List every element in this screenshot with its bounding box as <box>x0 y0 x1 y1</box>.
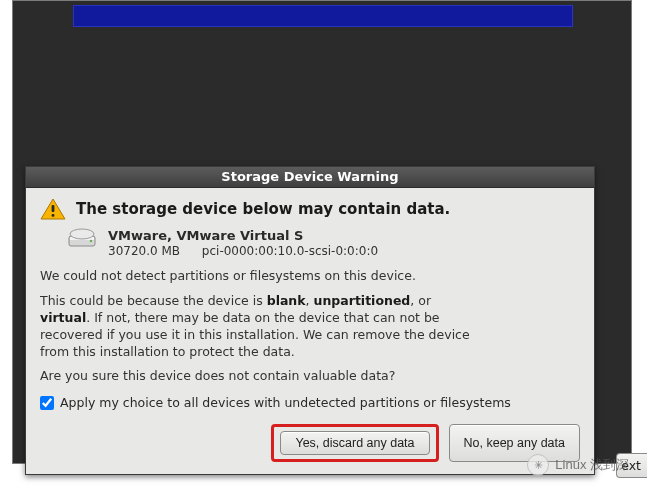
dialog-title: Storage Device Warning <box>221 169 398 184</box>
warning-paragraph-2: This could be because the device is blan… <box>40 293 470 361</box>
harddisk-icon <box>68 228 96 251</box>
svg-rect-1 <box>52 205 55 212</box>
warning-paragraph-3: Are you sure this device does not contai… <box>40 368 470 385</box>
apply-all-checkbox[interactable] <box>40 396 54 410</box>
storage-warning-dialog: Storage Device Warning The storage devic… <box>25 166 595 475</box>
dialog-body: The storage device below may contain dat… <box>26 188 594 474</box>
next-button-peek[interactable]: ext <box>616 453 647 478</box>
dialog-titlebar: Storage Device Warning <box>26 167 594 188</box>
dialog-headline: The storage device below may contain dat… <box>76 200 450 218</box>
device-size: 30720.0 MB <box>108 244 198 258</box>
apply-all-checkbox-row[interactable]: Apply my choice to all devices with unde… <box>40 395 580 410</box>
svg-point-5 <box>70 229 94 239</box>
discard-highlight-box: Yes, discard any data <box>271 424 438 462</box>
warning-icon <box>40 198 66 220</box>
yes-discard-button[interactable]: Yes, discard any data <box>280 431 429 455</box>
top-title-bar <box>73 5 573 27</box>
warning-paragraph-1: We could not detect partitions or filesy… <box>40 268 470 285</box>
no-keep-button[interactable]: No, keep any data <box>449 424 580 462</box>
device-name: VMware, VMware Virtual S <box>108 228 378 243</box>
apply-all-label: Apply my choice to all devices with unde… <box>60 395 511 410</box>
device-row: VMware, VMware Virtual S 30720.0 MB pci-… <box>68 228 580 258</box>
svg-point-6 <box>90 240 92 242</box>
device-path: pci-0000:00:10.0-scsi-0:0:0:0 <box>202 244 378 258</box>
svg-rect-2 <box>52 214 55 217</box>
dialog-button-row: Yes, discard any data No, keep any data <box>40 424 580 462</box>
device-info: 30720.0 MB pci-0000:00:10.0-scsi-0:0:0:0 <box>108 244 378 258</box>
